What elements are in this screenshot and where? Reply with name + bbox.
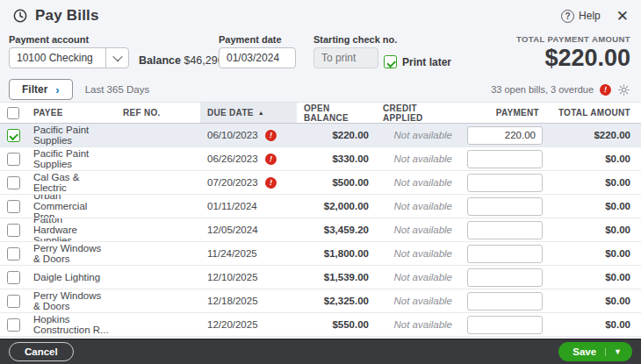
- due-date-text: 12/05/2024: [207, 225, 258, 235]
- row-checkbox[interactable]: [7, 247, 20, 261]
- table-row: Cal Gas & Electric 07/20/2023 ! $500.00 …: [0, 171, 641, 195]
- col-header-total-amount[interactable]: TOTAL AMOUNT: [546, 103, 641, 123]
- open-balance-cell: $3,459.20: [297, 218, 376, 241]
- payee-cell: Perry Windows & Doors: [26, 289, 116, 312]
- payment-input[interactable]: [467, 268, 543, 287]
- help-icon: ?: [561, 10, 574, 23]
- payment-input[interactable]: [467, 197, 543, 216]
- credit-applied-cell: Not available: [376, 242, 459, 265]
- row-checkbox[interactable]: [7, 176, 20, 189]
- credit-applied-cell: Not available: [376, 195, 459, 218]
- open-balance-cell: $1,800.00: [297, 242, 376, 265]
- row-checkbox[interactable]: [7, 153, 20, 166]
- credit-applied-cell: Not available: [376, 147, 459, 170]
- total-amount-cell: $0.00: [546, 147, 641, 170]
- chevron-right-icon: ›: [55, 84, 59, 96]
- payee-cell: Patton Hardware Supplies: [26, 218, 116, 241]
- payee-cell: Pacific Paint Supplies: [26, 124, 116, 146]
- chevron-down-icon: [105, 48, 128, 68]
- row-checkbox[interactable]: [7, 129, 20, 142]
- ref-no-cell: [116, 266, 200, 289]
- table-row: Pacific Paint Supplies 06/10/2023 ! $220…: [0, 124, 641, 147]
- due-date-text: 11/24/2025: [207, 248, 257, 259]
- row-checkbox[interactable]: [7, 224, 20, 237]
- total-amount-cell: $0.00: [546, 242, 641, 265]
- save-button[interactable]: Save ▼: [558, 342, 632, 361]
- table-header-row: PAYEE REF NO. DUE DATE ▲ OPEN BALANCE CR…: [0, 102, 641, 124]
- payment-input[interactable]: [467, 245, 543, 263]
- credit-applied-cell: Not available: [376, 171, 459, 194]
- table-row: Hopkins Construction R... 12/20/2025 $55…: [0, 313, 641, 337]
- sort-ascending-icon: ▲: [258, 110, 264, 116]
- close-icon[interactable]: ✕: [616, 9, 629, 24]
- total-amount-cell: $0.00: [546, 313, 641, 336]
- col-header-credit-applied[interactable]: CREDIT APPLIED: [376, 103, 459, 123]
- ref-no-cell: [116, 289, 200, 312]
- credit-applied-cell: Not available: [376, 266, 459, 289]
- total-amount-cell: $0.00: [546, 289, 641, 312]
- col-header-payee[interactable]: PAYEE: [26, 103, 116, 123]
- total-amount-cell: $220.00: [546, 124, 641, 146]
- payment-date-input[interactable]: [219, 47, 296, 68]
- ref-no-cell: [116, 147, 200, 170]
- print-later-label: Print later: [402, 56, 451, 68]
- col-header-open-balance[interactable]: OPEN BALANCE: [297, 103, 376, 123]
- table-row: Urban Commercial Prop... 01/11/2024 $2,0…: [0, 195, 641, 218]
- ref-no-cell: [116, 313, 200, 336]
- payee-cell: Cal Gas & Electric: [26, 171, 116, 194]
- payment-account-select[interactable]: 10100 Checking: [9, 47, 129, 68]
- open-balance-cell: $220.00: [297, 124, 376, 146]
- col-header-due-date[interactable]: DUE DATE ▲: [200, 103, 297, 123]
- help-button[interactable]: ? Help: [561, 10, 601, 23]
- due-date-text: 01/11/2024: [207, 201, 257, 211]
- payee-cell: Perry Windows & Doors: [26, 242, 116, 265]
- open-balance-cell: $330.00: [297, 147, 376, 170]
- select-all-checkbox[interactable]: [7, 107, 19, 119]
- row-checkbox[interactable]: [7, 200, 20, 213]
- total-amount-cell: $0.00: [546, 218, 641, 241]
- overdue-alert-icon: !: [599, 82, 612, 96]
- total-payment-amount: $220.00: [516, 45, 630, 72]
- open-balance-cell: $2,000.00: [297, 195, 376, 218]
- bills-summary: 33 open bills, 3 overdue: [491, 84, 594, 95]
- credit-applied-cell: Not available: [376, 124, 459, 146]
- payment-input[interactable]: [467, 292, 543, 310]
- row-checkbox[interactable]: [7, 295, 20, 308]
- top-bar: Pay Bills ? Help ✕: [0, 0, 641, 32]
- payment-controls: Payment account 10100 Checking Balance $…: [0, 32, 641, 77]
- filter-button[interactable]: Filter ›: [9, 79, 73, 100]
- payment-input[interactable]: [467, 174, 543, 192]
- table-row: Perry Windows & Doors 11/24/2025 $1,800.…: [0, 242, 641, 266]
- ref-no-cell: [116, 218, 200, 241]
- payment-input[interactable]: [467, 221, 543, 239]
- credit-applied-cell: Not available: [376, 289, 459, 312]
- col-header-payment[interactable]: PAYMENT: [459, 103, 546, 123]
- col-header-ref-no[interactable]: REF NO.: [116, 103, 200, 123]
- payment-input[interactable]: [467, 126, 543, 145]
- open-balance-cell: $1,539.00: [297, 266, 376, 289]
- cancel-button[interactable]: Cancel: [9, 342, 74, 361]
- table-row: Perry Windows & Doors 12/18/2025 $2,325.…: [0, 289, 641, 313]
- table-row: Daigle Lighting 12/10/2025 $1,539.00 Not…: [0, 266, 641, 289]
- overdue-icon: !: [263, 152, 277, 165]
- starting-check-input: [313, 47, 378, 68]
- overdue-icon: !: [263, 175, 277, 189]
- bills-table: PAYEE REF NO. DUE DATE ▲ OPEN BALANCE CR…: [0, 102, 641, 339]
- due-date-text: 12/10/2025: [207, 272, 258, 282]
- ref-no-cell: [116, 242, 200, 265]
- print-later-checkbox[interactable]: [384, 55, 397, 68]
- payee-cell: Hopkins Construction R...: [26, 313, 116, 336]
- total-amount-cell: $0.00: [546, 266, 641, 289]
- payment-input[interactable]: [467, 316, 543, 334]
- due-date-text: 12/18/2025: [207, 296, 258, 306]
- save-dropdown-caret-icon[interactable]: ▼: [605, 348, 622, 356]
- ref-no-cell: [116, 195, 200, 218]
- overdue-icon: !: [263, 128, 277, 141]
- gear-icon[interactable]: [617, 83, 630, 96]
- row-checkbox[interactable]: [7, 271, 20, 284]
- due-date-text: 07/20/2023: [207, 177, 258, 188]
- payment-input[interactable]: [467, 150, 543, 168]
- row-checkbox[interactable]: [7, 318, 20, 332]
- open-balance-cell: $2,325.00: [297, 289, 376, 312]
- page-title: Pay Bills: [35, 7, 99, 25]
